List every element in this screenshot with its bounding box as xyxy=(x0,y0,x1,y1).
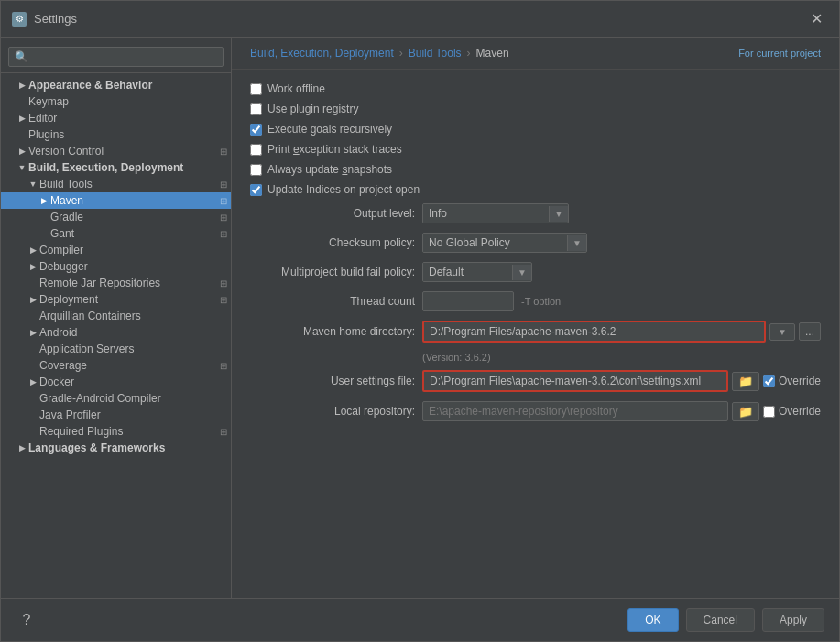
checksum-policy-row: Checksum policy: No Global Policy ▼ xyxy=(250,233,821,253)
sidebar-item-version-control[interactable]: ▶ Version Control ⊞ xyxy=(1,143,231,159)
sidebar-item-build-tools[interactable]: ▼ Build Tools ⊞ xyxy=(1,176,231,192)
close-button[interactable]: ✕ xyxy=(805,8,828,29)
arrow-icon: ▶ xyxy=(27,262,39,271)
window-title: Settings xyxy=(34,12,77,26)
t-option-label: -T option xyxy=(521,296,561,307)
sidebar-item-app-servers[interactable]: Application Servers xyxy=(1,341,231,357)
thread-count-input[interactable] xyxy=(422,291,514,311)
sidebar-item-android[interactable]: ▶ Android xyxy=(1,324,231,341)
checksum-policy-label: Checksum policy: xyxy=(250,236,415,249)
breadcrumb-part1[interactable]: Build, Execution, Deployment xyxy=(250,47,394,60)
help-button[interactable]: ? xyxy=(16,609,38,631)
maven-home-label: Maven home directory: xyxy=(250,325,415,338)
sidebar: ▶ Appearance & Behavior Keymap ▶ Editor … xyxy=(1,38,232,598)
sidebar-item-maven[interactable]: ▶ Maven ⊞ xyxy=(1,192,231,209)
sidebar-item-languages[interactable]: ▶ Languages & Frameworks xyxy=(1,440,231,456)
sidebar-item-gant[interactable]: Gant ⊞ xyxy=(1,225,231,242)
print-exception-checkbox[interactable] xyxy=(250,144,262,156)
sidebar-item-arquillian[interactable]: Arquillian Containers xyxy=(1,308,231,324)
always-update-checkbox[interactable] xyxy=(250,164,262,176)
sidebar-item-plugins[interactable]: Plugins xyxy=(1,126,231,143)
maven-home-browse-button[interactable]: ... xyxy=(799,322,821,341)
sidebar-item-label: Debugger xyxy=(39,260,227,273)
execute-goals-row[interactable]: Execute goals recursively xyxy=(250,123,821,136)
maven-home-input[interactable] xyxy=(422,321,766,343)
checksum-policy-dropdown[interactable]: No Global Policy ▼ xyxy=(422,233,587,253)
repo-icon: ⊞ xyxy=(220,427,227,437)
sidebar-item-label: Required Plugins xyxy=(39,425,220,438)
local-repo-folder-button[interactable]: 📁 xyxy=(732,402,759,421)
execute-goals-label: Execute goals recursively xyxy=(267,123,392,136)
user-settings-input[interactable] xyxy=(422,370,728,392)
update-indices-checkbox[interactable] xyxy=(250,184,262,196)
multiproject-policy-arrow[interactable]: ▼ xyxy=(512,265,531,280)
checksum-policy-arrow[interactable]: ▼ xyxy=(567,235,586,251)
user-settings-override: Override xyxy=(763,375,821,387)
output-level-arrow[interactable]: ▼ xyxy=(549,206,568,222)
for-project-link[interactable]: For current project xyxy=(738,48,821,59)
repo-icon: ⊞ xyxy=(220,212,227,223)
sidebar-item-label: Build Tools xyxy=(39,178,220,190)
maven-home-row: Maven home directory: ▼ ... xyxy=(250,321,821,343)
multiproject-policy-dropdown[interactable]: Default ▼ xyxy=(422,262,532,282)
local-repo-override: Override xyxy=(763,405,821,418)
use-plugin-registry-checkbox[interactable] xyxy=(250,103,262,115)
arrow-icon: ▼ xyxy=(16,163,28,172)
local-repo-override-checkbox[interactable] xyxy=(763,406,775,418)
arrow-icon: ▼ xyxy=(27,180,39,189)
sidebar-item-coverage[interactable]: Coverage ⊞ xyxy=(1,357,231,374)
sidebar-item-gradle[interactable]: Gradle ⊞ xyxy=(1,209,231,225)
user-settings-label: User settings file: xyxy=(250,375,415,387)
sidebar-item-remote-jar[interactable]: Remote Jar Repositories ⊞ xyxy=(1,275,231,291)
ok-button[interactable]: OK xyxy=(627,608,678,632)
arrow-icon: ▶ xyxy=(27,245,39,255)
apply-button[interactable]: Apply xyxy=(762,608,824,632)
arrow-icon: ▶ xyxy=(27,295,39,304)
sidebar-item-docker[interactable]: ▶ Docker xyxy=(1,374,231,390)
sidebar-item-compiler[interactable]: ▶ Compiler xyxy=(1,242,231,258)
thread-count-row: Thread count -T option xyxy=(250,291,821,311)
print-exception-row[interactable]: Print exception stack traces xyxy=(250,143,821,156)
output-level-control: Info ▼ xyxy=(422,203,821,223)
breadcrumb-sep1: › xyxy=(399,47,403,60)
sidebar-item-debugger[interactable]: ▶ Debugger xyxy=(1,258,231,275)
output-level-label: Output level: xyxy=(250,207,415,220)
use-plugin-registry-row[interactable]: Use plugin registry xyxy=(250,103,821,115)
breadcrumb-part2[interactable]: Build Tools xyxy=(409,47,462,60)
user-settings-override-checkbox[interactable] xyxy=(763,375,775,387)
title-bar: ⚙ Settings ✕ xyxy=(1,1,839,38)
user-settings-folder-button[interactable]: 📁 xyxy=(732,372,759,391)
arrow-icon: ▶ xyxy=(38,196,50,205)
maven-home-dropdown-arrow[interactable]: ▼ xyxy=(769,323,795,341)
user-settings-row: User settings file: 📁 Override xyxy=(250,370,821,392)
sidebar-item-appearance[interactable]: ▶ Appearance & Behavior xyxy=(1,77,231,93)
checksum-policy-value: No Global Policy xyxy=(423,234,567,252)
work-offline-checkbox[interactable] xyxy=(250,83,262,95)
sidebar-item-required-plugins[interactable]: Required Plugins ⊞ xyxy=(1,423,231,440)
sidebar-item-label: Docker xyxy=(39,375,227,388)
sidebar-item-gradle-android[interactable]: Gradle-Android Compiler xyxy=(1,390,231,407)
sidebar-item-build-exec-deploy[interactable]: ▼ Build, Execution, Deployment xyxy=(1,159,231,176)
always-update-label: Always update snapshots xyxy=(267,163,392,176)
local-repo-input[interactable] xyxy=(422,401,728,421)
breadcrumb: Build, Execution, Deployment › Build Too… xyxy=(232,38,839,70)
execute-goals-checkbox[interactable] xyxy=(250,124,262,136)
use-plugin-registry-label: Use plugin registry xyxy=(267,103,358,115)
sidebar-item-deployment[interactable]: ▶ Deployment ⊞ xyxy=(1,291,231,308)
cancel-button[interactable]: Cancel xyxy=(686,608,755,632)
search-input[interactable] xyxy=(8,47,224,67)
work-offline-row[interactable]: Work offline xyxy=(250,82,821,95)
sidebar-item-label: Java Profiler xyxy=(39,408,227,421)
sidebar-item-editor[interactable]: ▶ Editor xyxy=(1,110,231,126)
arrow-icon: ▶ xyxy=(16,443,28,452)
arrow-icon: ▶ xyxy=(27,377,39,386)
sidebar-item-keymap[interactable]: Keymap xyxy=(1,93,231,110)
output-level-dropdown[interactable]: Info ▼ xyxy=(422,203,569,223)
sidebar-item-java-profiler[interactable]: Java Profiler xyxy=(1,407,231,423)
work-offline-label: Work offline xyxy=(267,82,325,95)
sidebar-item-label: Deployment xyxy=(39,293,220,306)
always-update-row[interactable]: Always update snapshots xyxy=(250,163,821,176)
sidebar-item-label: Version Control xyxy=(28,145,220,158)
update-indices-row[interactable]: Update Indices on project open xyxy=(250,183,821,196)
arrow-icon: ▶ xyxy=(16,81,28,90)
